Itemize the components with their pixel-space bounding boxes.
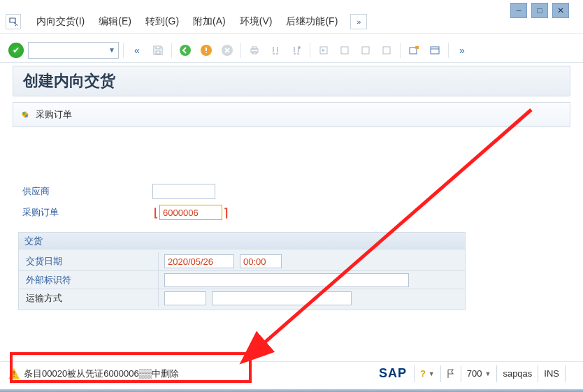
checkmark-icon	[8, 43, 24, 58]
prev-page-button	[336, 41, 354, 59]
po-label: 采购订单	[13, 206, 152, 219]
menu-subsequent[interactable]: 后继功能(F)	[279, 13, 345, 31]
form-area: 供应商 采购订单 ⌊ ⌉	[13, 140, 570, 224]
toolbar: ▼ « »	[0, 38, 583, 63]
chevron-down-icon: ▼	[484, 370, 491, 377]
delivery-date-input[interactable]: 2020/05/26	[164, 254, 234, 268]
ext-id-row: 外部标识符	[19, 270, 465, 289]
back-button[interactable]: «	[128, 41, 146, 59]
flag-icon	[447, 369, 455, 379]
svg-rect-4	[252, 47, 257, 49]
svg-point-15	[25, 115, 28, 117]
menu-leading-icon[interactable]	[6, 14, 21, 29]
sub-bar-label: 采购订单	[36, 108, 72, 121]
menu-extras[interactable]: 附加(A)	[186, 13, 233, 31]
status-flag[interactable]	[440, 365, 461, 382]
new-session-button[interactable]	[405, 41, 423, 59]
po-icon	[19, 108, 31, 121]
last-page-button	[377, 41, 396, 59]
transport-row: 运输方式	[19, 289, 465, 307]
layout-button[interactable]	[426, 41, 444, 59]
menu-bar: 内向交货(I) 编辑(E) 转到(G) 附加(A) 环境(V) 后继功能(F) …	[0, 10, 583, 34]
page-title: 创建内向交货	[23, 71, 115, 92]
ext-id-label: 外部标识符	[19, 271, 159, 289]
svg-rect-9	[362, 47, 369, 54]
chevron-down-icon: ▼	[429, 370, 435, 377]
menu-goto[interactable]: 转到(G)	[138, 13, 186, 31]
nav-exit-button[interactable]	[197, 41, 215, 59]
command-field[interactable]: ▼	[28, 42, 119, 59]
sub-bar: 采购订单	[13, 102, 570, 127]
po-row: 采购订单 ⌊ ⌉	[13, 203, 570, 222]
sap-logo: SAP	[379, 366, 407, 381]
delivery-date-label: 交货日期	[19, 252, 159, 270]
transport-label: 运输方式	[19, 289, 159, 307]
delivery-group-header: 交货	[19, 233, 465, 249]
svg-point-0	[180, 45, 191, 56]
transport-input-1[interactable]	[164, 291, 206, 305]
delivery-date-row: 交货日期 2020/05/26 00:00	[19, 252, 465, 270]
window-max-button[interactable]: □	[531, 3, 548, 18]
toolbar-separator	[448, 43, 449, 58]
status-mode[interactable]: INS	[538, 365, 565, 382]
svg-rect-10	[383, 47, 390, 54]
transport-input-2[interactable]	[212, 291, 352, 305]
bottom-border	[0, 389, 583, 392]
svg-rect-12	[431, 47, 439, 54]
toolbar-separator	[240, 43, 241, 58]
toolbar-separator	[171, 43, 172, 58]
warning-icon: !	[8, 368, 20, 379]
svg-point-6	[298, 46, 301, 49]
menu-edit[interactable]: 编辑(E)	[92, 13, 138, 31]
toolbar-separator	[400, 43, 401, 58]
accept-button[interactable]	[7, 41, 25, 59]
toolbar-separator	[123, 43, 124, 58]
status-bar: ! 条目00020被从凭证6000006▒▒中删除 SAP ? ▼ 700 ▼ …	[0, 361, 583, 385]
next-page-button	[357, 41, 375, 59]
svg-point-14	[22, 112, 25, 115]
first-page-button	[315, 41, 333, 59]
window-min-button[interactable]: –	[510, 3, 527, 18]
bracket-right-icon: ⌉	[224, 206, 228, 219]
status-message-text: 条目00020被从凭证6000006▒▒中删除	[24, 368, 179, 380]
toolbar-expand-button[interactable]: »	[453, 41, 471, 59]
chevron-down-icon: ▼	[108, 46, 115, 54]
page-title-bar: 创建内向交货	[13, 66, 570, 96]
menu-expand-button[interactable]: »	[350, 14, 367, 29]
cancel-button	[218, 41, 236, 59]
find-next-button	[287, 41, 305, 59]
status-tail	[565, 365, 579, 382]
supplier-label: 供应商	[13, 185, 152, 198]
status-client[interactable]: 700 ▼	[461, 365, 497, 382]
status-message[interactable]: ! 条目00020被从凭证6000006▒▒中删除	[4, 366, 183, 382]
menu-environment[interactable]: 环境(V)	[233, 13, 280, 31]
menu-inbound-delivery[interactable]: 内向交货(I)	[29, 13, 92, 31]
bracket-left-icon: ⌊	[154, 206, 158, 219]
window-close-button[interactable]: ✕	[552, 3, 569, 18]
svg-rect-8	[341, 47, 348, 54]
toolbar-separator	[310, 43, 310, 58]
delivery-group: 交货 交货日期 2020/05/26 00:00 外部标识符 运输方式	[18, 232, 466, 310]
status-system[interactable]: sapqas	[496, 365, 538, 382]
ext-id-input[interactable]	[164, 273, 409, 287]
find-button	[266, 41, 285, 59]
supplier-input[interactable]	[152, 184, 215, 199]
help-icon: ?	[420, 368, 426, 379]
po-input[interactable]	[159, 205, 222, 220]
window-controls: – □ ✕	[510, 3, 569, 18]
save-button	[149, 41, 167, 59]
delivery-time-input[interactable]: 00:00	[240, 254, 282, 268]
print-button	[245, 41, 264, 59]
status-help[interactable]: ? ▼	[414, 365, 440, 382]
nav-back-button[interactable]	[176, 41, 194, 59]
supplier-row: 供应商	[13, 182, 570, 201]
status-client-text: 700	[467, 368, 482, 379]
